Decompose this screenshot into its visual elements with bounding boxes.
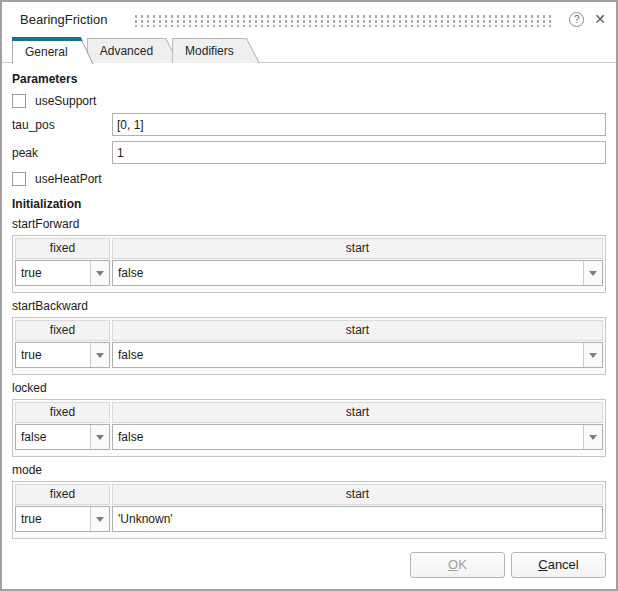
dropdown-button[interactable]: [583, 261, 602, 285]
tau-pos-row: tau_pos: [12, 113, 606, 136]
start-backward-table: fixed start true false: [12, 317, 606, 375]
dialog-title: BearingFriction: [20, 12, 107, 27]
combo-value: true: [16, 512, 90, 526]
table-row: false false: [15, 424, 603, 450]
ok-button-label: OK: [411, 553, 504, 577]
locked-label: locked: [12, 381, 606, 395]
use-heat-port-checkbox[interactable]: [12, 172, 26, 186]
combo-value: false: [16, 430, 90, 444]
table-row: true: [15, 506, 603, 532]
chevron-down-icon: [589, 353, 597, 358]
start-column-header: start: [112, 484, 603, 505]
tab-general-label: General: [12, 37, 94, 59]
chevron-down-icon: [589, 435, 597, 440]
combo-value: true: [16, 348, 90, 362]
combo-value: false: [113, 266, 583, 280]
start-column-header: start: [112, 320, 603, 341]
start-forward-label: startForward: [12, 217, 606, 231]
mode-table: fixed start true: [12, 481, 606, 539]
use-support-row: useSupport: [12, 94, 606, 108]
chevron-down-icon: [96, 353, 104, 358]
use-heat-port-label: useHeatPort: [35, 172, 102, 186]
use-heat-port-row: useHeatPort: [12, 172, 606, 186]
peak-row: peak: [12, 141, 606, 164]
chevron-down-icon: [96, 517, 104, 522]
dropdown-button[interactable]: [90, 425, 109, 449]
dropdown-button[interactable]: [583, 425, 602, 449]
help-icon[interactable]: ?: [569, 12, 584, 27]
start-column-header: start: [112, 402, 603, 423]
parameters-section-header: Parameters: [12, 72, 606, 86]
table-header-row: fixed start: [15, 320, 603, 341]
table-header-row: fixed start: [15, 238, 603, 259]
mode-fixed-combobox[interactable]: true: [15, 506, 110, 532]
start-backward-start-combobox[interactable]: false: [112, 342, 603, 368]
dropdown-button[interactable]: [90, 261, 109, 285]
tab-modifiers[interactable]: Modifiers: [172, 38, 260, 63]
tau-pos-label: tau_pos: [12, 118, 112, 132]
cancel-button[interactable]: Cancel: [511, 552, 606, 578]
dropdown-button[interactable]: [90, 507, 109, 531]
use-support-checkbox[interactable]: [12, 94, 26, 108]
use-support-label: useSupport: [35, 94, 96, 108]
start-forward-start-combobox[interactable]: false: [112, 260, 603, 286]
combo-value: false: [113, 430, 583, 444]
general-tab-panel: Parameters useSupport tau_pos peak useHe…: [2, 72, 616, 578]
dropdown-button[interactable]: [90, 343, 109, 367]
drag-handle-dots[interactable]: [133, 13, 555, 27]
mode-start-input[interactable]: [112, 506, 603, 532]
peak-input[interactable]: [112, 141, 606, 164]
fixed-column-header: fixed: [15, 238, 110, 259]
tab-advanced[interactable]: Advanced: [87, 38, 179, 63]
table-row: true false: [15, 260, 603, 286]
start-forward-fixed-combobox[interactable]: true: [15, 260, 110, 286]
initialization-section-header: Initialization: [12, 197, 606, 211]
bearing-friction-dialog: BearingFriction ? ✕ General Advanced Mod…: [0, 0, 618, 591]
table-row: true false: [15, 342, 603, 368]
start-column-header: start: [112, 238, 603, 259]
dialog-button-box: OK Cancel: [12, 552, 606, 578]
table-header-row: fixed start: [15, 402, 603, 423]
chevron-down-icon: [96, 271, 104, 276]
fixed-column-header: fixed: [15, 484, 110, 505]
locked-table: fixed start false false: [12, 399, 606, 457]
start-backward-label: startBackward: [12, 299, 606, 313]
peak-label: peak: [12, 146, 112, 160]
fixed-column-header: fixed: [15, 320, 110, 341]
mode-label: mode: [12, 463, 606, 477]
dropdown-button[interactable]: [583, 343, 602, 367]
start-forward-table: fixed start true false: [12, 235, 606, 293]
start-backward-fixed-combobox[interactable]: true: [15, 342, 110, 368]
tab-modifiers-label: Modifiers: [172, 38, 260, 58]
ok-button[interactable]: OK: [410, 552, 505, 578]
locked-fixed-combobox[interactable]: false: [15, 424, 110, 450]
tab-advanced-label: Advanced: [87, 38, 179, 58]
locked-start-combobox[interactable]: false: [112, 424, 603, 450]
combo-value: true: [16, 266, 90, 280]
close-icon[interactable]: ✕: [594, 12, 606, 26]
tab-general[interactable]: General: [12, 37, 94, 64]
combo-value: false: [113, 348, 583, 362]
tau-pos-input[interactable]: [112, 113, 606, 136]
tab-bar: General Advanced Modifiers: [2, 36, 616, 63]
titlebar: BearingFriction ? ✕: [2, 2, 616, 36]
chevron-down-icon: [96, 435, 104, 440]
cancel-button-label: Cancel: [512, 553, 605, 577]
table-header-row: fixed start: [15, 484, 603, 505]
fixed-column-header: fixed: [15, 402, 110, 423]
chevron-down-icon: [589, 271, 597, 276]
